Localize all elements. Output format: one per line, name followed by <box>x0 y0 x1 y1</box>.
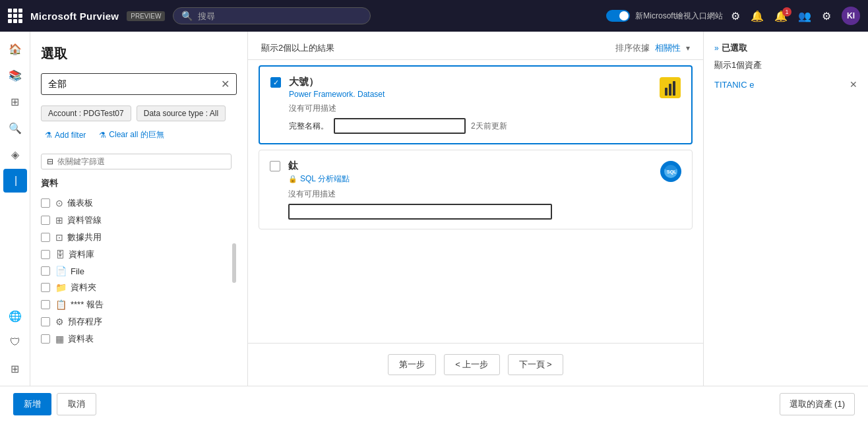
avatar[interactable]: KI <box>842 7 860 25</box>
selected-title: 已選取 <box>722 42 747 54</box>
sidebar-lineage-icon[interactable]: ◈ <box>3 142 27 166</box>
sort-container[interactable]: 排序依據 相關性 ▾ <box>615 42 690 54</box>
scroll-track[interactable] <box>232 154 237 373</box>
sidebar-active-icon[interactable]: | <box>3 169 27 193</box>
keyword-input[interactable] <box>57 157 226 166</box>
report-checkbox[interactable] <box>41 300 50 309</box>
result-content-2: 鈦 🔒 SQL 分析端點 沒有可用描述 <box>288 160 681 220</box>
filter-item-table[interactable]: ▦ 資料表 <box>41 330 232 347</box>
sort-value[interactable]: 相關性 <box>655 42 681 54</box>
result-checkbox-2[interactable] <box>270 161 280 171</box>
sidebar-home-icon[interactable]: 🏠 <box>3 37 27 61</box>
people-icon[interactable]: 👥 <box>798 10 811 22</box>
result-source-1[interactable]: Power Framework. Dataset <box>289 90 681 99</box>
powerbi-icon <box>660 77 681 98</box>
search-input[interactable] <box>198 11 362 21</box>
database-checkbox[interactable] <box>41 250 50 259</box>
sidebar-grid2-icon[interactable]: ⊞ <box>3 357 27 380</box>
result-content-1: 大號） Power Framework. Dataset 沒有可用描述 完整名稱… <box>289 76 681 134</box>
search-bar[interactable]: 🔍 <box>173 7 371 24</box>
table-checkbox[interactable] <box>41 334 50 344</box>
brand-name: Microsoft Purview <box>30 11 119 22</box>
account-filter-tag[interactable]: Account : PDGTest07 <box>41 106 131 121</box>
keyword-filter[interactable]: ⊟ <box>41 154 232 169</box>
search-icon: 🔍 <box>181 11 193 21</box>
result-desc-2: 沒有可用描述 <box>288 189 681 200</box>
svg-rect-1 <box>665 88 667 96</box>
filter-item-file[interactable]: 📄 File <box>41 263 232 279</box>
datashare-checkbox[interactable] <box>41 233 50 242</box>
filter-panel: 選取 ✕ Account : PDGTest07 Data source typ… <box>30 32 248 386</box>
selected-count: 顯示1個資產 <box>714 59 857 71</box>
clear-filter-button[interactable]: ⚗ Clear all 的巨無 <box>95 127 168 143</box>
filter-item-folder[interactable]: 📁 資料夾 <box>41 279 232 296</box>
bell-icon[interactable]: 🔔 <box>751 10 764 22</box>
fullname-input-2[interactable] <box>288 204 552 220</box>
filter-search-input[interactable] <box>48 79 216 90</box>
filter-tags: Account : PDGTest07 Data source type : A… <box>41 106 237 143</box>
svg-rect-2 <box>669 84 671 96</box>
top-nav: Microsoft Purview PREVIEW 🔍 新Microsoft繪視… <box>0 0 868 32</box>
toggle-container: 新Microsoft繪視入口網站 <box>606 10 723 22</box>
database-icon: 🗄 <box>55 249 65 260</box>
results-panel: 顯示2個以上的結果 排序依據 相關性 ▾ 大號） Power Framework… <box>248 32 703 386</box>
notification-icon[interactable]: 🔔 1 <box>774 10 788 22</box>
filter-item-stored-proc[interactable]: ⚙ 預存程序 <box>41 313 232 330</box>
prev-page-button[interactable]: < 上一步 <box>444 354 499 375</box>
sidebar-globe-icon[interactable]: 🌐 <box>3 304 27 328</box>
selected-panel: » 已選取 顯示1個資產 TITANIC e ✕ <box>703 32 868 386</box>
result-item-1: 大號） Power Framework. Dataset 沒有可用描述 完整名稱… <box>259 65 693 144</box>
sidebar-shield-icon[interactable]: 🛡 <box>3 330 27 354</box>
filter-item-report[interactable]: 📋 **** 報告 <box>41 296 232 313</box>
pipeline-checkbox[interactable] <box>41 216 50 225</box>
result-name-1: 大號） <box>289 76 681 88</box>
sidebar-catalog-icon[interactable]: 📚 <box>3 63 27 87</box>
dashboard-icon: ⊙ <box>55 198 63 208</box>
add-button[interactable]: 新增 <box>13 393 51 415</box>
filter-icon: ⚗ <box>45 131 52 140</box>
add-filter-button[interactable]: ⚗ Add filter <box>41 128 90 142</box>
result-name-2: 鈦 <box>288 160 681 172</box>
filter-scroll: ⊟ 資料 ⊙ 儀表板 ⊞ <box>41 154 237 373</box>
result-checkbox-1[interactable] <box>270 77 281 88</box>
selected-header: » 已選取 <box>714 42 857 54</box>
stored-proc-checkbox[interactable] <box>41 317 50 326</box>
settings-icon[interactable]: ⚙ <box>731 10 740 22</box>
cancel-button[interactable]: 取消 <box>57 393 96 415</box>
main-panel: 選取 ✕ Account : PDGTest07 Data source typ… <box>30 32 868 386</box>
folder-icon: 📁 <box>55 282 67 293</box>
filter-item-dashboard[interactable]: ⊙ 儀表板 <box>41 195 232 212</box>
remove-selected-item-btn[interactable]: ✕ <box>850 79 857 90</box>
clear-search-btn[interactable]: ✕ <box>221 78 230 90</box>
search-input-container[interactable]: ✕ <box>41 73 237 95</box>
filter-item-pipeline[interactable]: ⊞ 資料管線 <box>41 212 232 229</box>
stored-proc-icon: ⚙ <box>55 316 64 327</box>
scroll-thumb[interactable] <box>232 243 236 283</box>
pipeline-icon: ⊞ <box>55 215 63 226</box>
sidebar-left: 🏠 📚 ⊞ 🔍 ◈ | 🌐 🛡 ⊞ <box>0 32 30 386</box>
file-checkbox[interactable] <box>41 266 50 276</box>
report-icon: 📋 <box>55 299 67 310</box>
first-page-button[interactable]: 第一步 <box>388 354 436 375</box>
sidebar-grid-icon[interactable]: ⊞ <box>3 90 27 113</box>
preview-badge: PREVIEW <box>127 11 165 21</box>
filter-funnel-icon: ⊟ <box>47 157 53 166</box>
lock-icon: 🔒 <box>288 175 297 183</box>
fullname-input-1[interactable] <box>334 118 466 134</box>
filter-item-database[interactable]: 🗄 資料庫 <box>41 246 232 263</box>
filter-item-datashare[interactable]: ⊡ 數據共用 <box>41 229 232 246</box>
datasource-filter-tag[interactable]: Data source type : All <box>137 106 226 121</box>
next-page-button[interactable]: 下一頁 > <box>508 354 563 375</box>
folder-checkbox[interactable] <box>41 283 50 292</box>
dashboard-checkbox[interactable] <box>41 198 50 208</box>
gear-icon[interactable]: ⚙ <box>822 10 831 22</box>
sql-icon: SQL <box>660 161 681 182</box>
apps-icon[interactable] <box>8 9 22 23</box>
result-source-2[interactable]: 🔒 SQL 分析端點 <box>288 173 681 185</box>
selected-assets-button[interactable]: 選取的資產 (1) <box>780 393 855 415</box>
sidebar-search-icon[interactable]: 🔍 <box>3 116 27 140</box>
sort-label: 排序依據 <box>615 42 650 54</box>
page-title: 選取 <box>41 45 237 63</box>
portal-toggle[interactable] <box>606 10 630 22</box>
pagination: 第一步 < 上一步 下一頁 > <box>248 343 703 386</box>
